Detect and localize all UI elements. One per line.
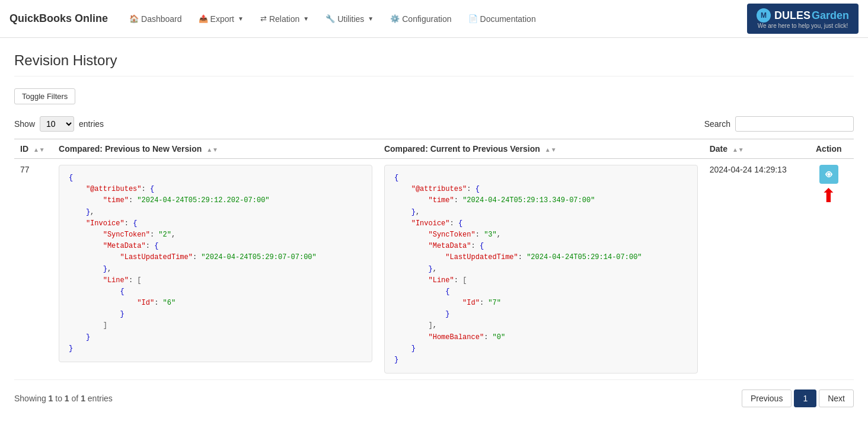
modules-garden-logo[interactable]: M DULES Garden We are here to help you, … bbox=[747, 4, 859, 34]
th-compared-curr[interactable]: Compared: Current to Previous Version ▲▼ bbox=[378, 139, 704, 159]
chevron-down-icon: ▼ bbox=[238, 15, 244, 22]
nav-item-dashboard[interactable]: 🏠 Dashboard bbox=[122, 11, 189, 27]
previous-button[interactable]: Previous bbox=[742, 390, 792, 407]
th-action: Action bbox=[804, 139, 854, 159]
arrow-up-icon: ⬆ bbox=[821, 186, 837, 205]
nav-label-export: Export bbox=[210, 14, 234, 24]
show-entries: Show 10 25 50 100 entries bbox=[14, 116, 104, 132]
svg-point-0 bbox=[827, 173, 830, 175]
nav-item-configuration[interactable]: ⚙️ Configuration bbox=[383, 11, 458, 27]
utilities-icon: 🔧 bbox=[326, 14, 335, 23]
entries-label: entries bbox=[79, 119, 104, 129]
logo-circle-icon: M bbox=[757, 8, 771, 23]
table-body: 77{ "@attributes": { "time": "2024-04-24… bbox=[14, 159, 854, 380]
nav-item-utilities[interactable]: 🔧 Utilities ▼ bbox=[318, 11, 381, 27]
table-row: 77{ "@attributes": { "time": "2024-04-24… bbox=[14, 159, 854, 380]
logo-modules: DULES bbox=[774, 9, 810, 22]
entries-select[interactable]: 10 25 50 100 bbox=[40, 116, 74, 132]
nav-item-documentation[interactable]: 📄 Documentation bbox=[461, 11, 543, 27]
showing-text: Showing 1 to 1 of 1 entries bbox=[14, 394, 113, 403]
chevron-down-icon-3: ▼ bbox=[368, 15, 374, 22]
home-icon: 🏠 bbox=[129, 14, 139, 23]
view-action-button[interactable] bbox=[819, 165, 838, 184]
sort-arrow-prev: ▲▼ bbox=[206, 146, 218, 153]
logo-garden: Garden bbox=[812, 9, 849, 22]
navbar: QuickBooks Online 🏠 Dashboard 📤 Export ▼… bbox=[0, 0, 868, 38]
show-label: Show bbox=[14, 119, 35, 129]
nav-label-configuration: Configuration bbox=[402, 14, 451, 24]
chevron-down-icon-2: ▼ bbox=[303, 15, 309, 22]
nav-label-dashboard: Dashboard bbox=[141, 14, 182, 24]
cell-prev-code: { "@attributes": { "time": "2024-04-24T0… bbox=[53, 159, 378, 380]
cell-id: 77 bbox=[14, 159, 53, 380]
eye-icon bbox=[825, 170, 833, 178]
nav-label-documentation: Documentation bbox=[480, 14, 536, 24]
nav-item-relation[interactable]: ⇄ Relation ▼ bbox=[253, 11, 316, 27]
toggle-filters-button[interactable]: Toggle Filters bbox=[14, 88, 75, 104]
th-id[interactable]: ID ▲▼ bbox=[14, 139, 53, 159]
sort-arrow-curr: ▲▼ bbox=[545, 146, 557, 153]
red-arrow-indicator: ⬆ bbox=[810, 186, 848, 205]
sort-arrow-date: ▲▼ bbox=[732, 146, 744, 153]
config-icon: ⚙️ bbox=[390, 14, 400, 23]
pagination: Previous 1 Next bbox=[742, 390, 854, 407]
nav-label-utilities: Utilities bbox=[337, 14, 364, 24]
th-date[interactable]: Date ▲▼ bbox=[704, 139, 804, 159]
cell-action: ⬆ bbox=[804, 159, 854, 380]
next-button[interactable]: Next bbox=[819, 390, 854, 407]
cell-date: 2024-04-24 14:29:13 bbox=[704, 159, 804, 380]
data-table: ID ▲▼ Compared: Previous to New Version … bbox=[14, 139, 854, 380]
docs-icon: 📄 bbox=[468, 14, 478, 23]
logo-subtitle: We are here to help you, just click! bbox=[757, 23, 849, 29]
controls-row: Show 10 25 50 100 entries Search bbox=[14, 116, 854, 132]
nav-item-export[interactable]: 📤 Export ▼ bbox=[192, 11, 251, 27]
search-label: Search bbox=[704, 119, 730, 129]
prev-code-block: { "@attributes": { "time": "2024-04-24T0… bbox=[59, 165, 372, 362]
sort-arrow-id: ▲▼ bbox=[33, 146, 45, 153]
page-1-button[interactable]: 1 bbox=[794, 390, 816, 407]
nav-items: 🏠 Dashboard 📤 Export ▼ ⇄ Relation ▼ 🔧 Ut… bbox=[122, 11, 747, 27]
logo-text: M DULES Garden bbox=[757, 8, 849, 23]
cell-curr-code: { "@attributes": { "time": "2024-04-24T0… bbox=[378, 159, 704, 380]
main-content: Revision History Toggle Filters Show 10 … bbox=[0, 38, 868, 422]
curr-code-block: { "@attributes": { "time": "2024-04-24T0… bbox=[384, 165, 698, 373]
nav-label-relation: Relation bbox=[269, 14, 299, 24]
footer-row: Showing 1 to 1 of 1 entries Previous 1 N… bbox=[14, 390, 854, 407]
brand-title: QuickBooks Online bbox=[9, 12, 108, 25]
search-input[interactable] bbox=[735, 116, 854, 132]
search-row: Search bbox=[704, 116, 854, 132]
export-icon: 📤 bbox=[199, 14, 208, 23]
th-compared-prev[interactable]: Compared: Previous to New Version ▲▼ bbox=[53, 139, 378, 159]
relation-icon: ⇄ bbox=[260, 14, 267, 23]
table-header: ID ▲▼ Compared: Previous to New Version … bbox=[14, 139, 854, 159]
page-title: Revision History bbox=[14, 52, 854, 76]
